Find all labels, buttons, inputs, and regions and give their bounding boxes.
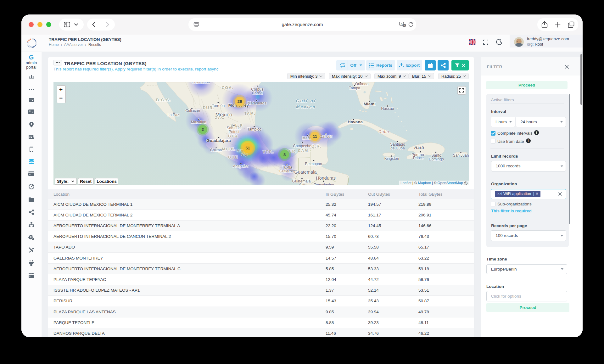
svg-text:Acapulco: Acapulco [233,164,249,168]
svg-text:Chihuahua: Chihuahua [192,82,210,84]
svg-text:MICH.: MICH. [222,147,236,151]
svg-text:City: City [299,183,305,185]
svg-text:Prince: Prince [413,156,424,160]
svg-text:Guadalajara: Guadalajara [206,138,231,143]
svg-text:Campeche: Campeche [293,144,311,148]
svg-text:COA.: COA. [222,86,234,90]
svg-text:CAM.: CAM. [298,148,310,153]
svg-text:Domingo: Domingo [429,157,444,161]
svg-text:Matamoros: Matamoros [248,101,266,105]
svg-text:S.L.P.: S.L.P. [230,123,244,128]
svg-text:La Paz: La Paz [167,113,179,117]
svg-text:Gutiérrez: Gutiérrez [279,169,295,173]
svg-text:Guatemala: Guatemala [294,170,317,175]
svg-text:Kingston: Kingston [384,156,399,161]
svg-text:Mexico: Mexico [296,104,316,109]
svg-text:Cancún: Cancún [320,134,333,139]
svg-text:Nassau: Nassau [381,106,394,111]
svg-text:26: 26 [238,99,242,104]
svg-text:Havana: Havana [348,120,363,124]
svg-text:Potosí: Potosí [229,130,240,134]
svg-text:DUR.: DUR. [203,106,215,110]
svg-text:x: x [404,24,405,26]
svg-text:2: 2 [202,127,204,132]
svg-text:Tampa: Tampa [349,86,360,90]
svg-text:B.C.S.: B.C.S. [156,98,171,102]
svg-text:Belmopan: Belmopan [305,162,322,166]
svg-text:Miami: Miami [364,102,376,106]
svg-text:ZAC: ZAC [215,115,225,120]
svg-text:Christi: Christi [252,91,263,95]
svg-text:Mazatlán: Mazatlán [191,120,206,124]
svg-text:Gulf of: Gulf of [296,98,316,103]
svg-text:Haiti: Haiti [414,145,424,150]
svg-text:Q.R.: Q.R. [311,144,322,148]
svg-text:San Juan: San Juan [453,153,469,158]
svg-text:Tampico: Tampico [247,127,261,132]
svg-text:Cuba: Cuba [378,130,389,134]
svg-text:TAM.: TAM. [244,111,256,116]
svg-text:Tegucigalpa: Tegucigalpa [314,183,334,185]
svg-text:GUA: GUA [228,134,238,138]
svg-text:Orlando: Orlando [355,82,369,86]
svg-text:Colima: Colima [210,148,222,152]
svg-text:VER.: VER. [263,150,274,154]
svg-text:Honduras: Honduras [316,176,336,181]
svg-text:51: 51 [245,146,250,150]
svg-text:A: A [400,22,402,25]
svg-text:Culiacán: Culiacán [185,109,200,113]
svg-text:GUE: GUE [228,155,238,160]
svg-text:8: 8 [283,152,286,157]
svg-text:de Cuba: de Cuba [390,146,405,150]
svg-text:11: 11 [313,134,317,139]
